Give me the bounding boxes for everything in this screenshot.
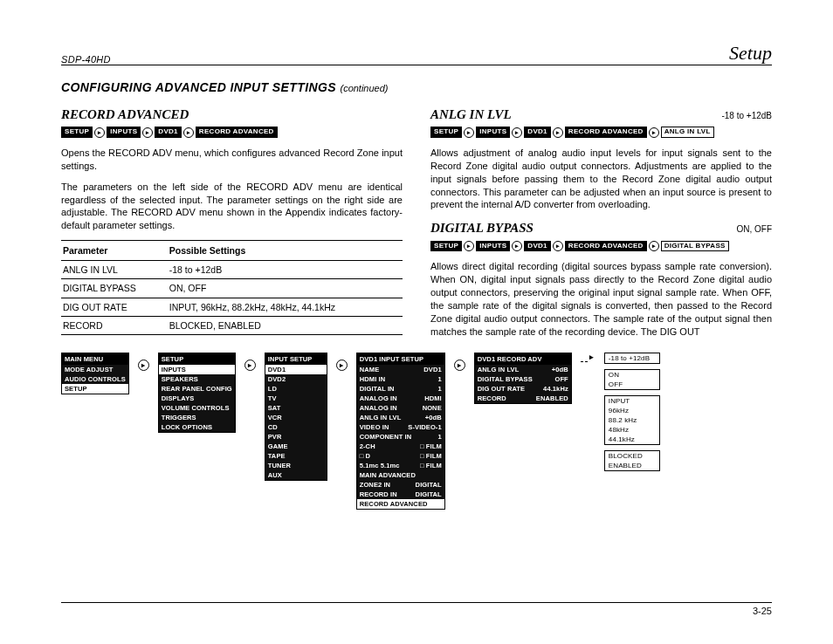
menu-flow-diagram: MAIN MENU MODE ADJUST AUDIO CONTROLS SET… <box>61 353 772 510</box>
paragraph: Allows adjustment of analog audio input … <box>430 147 772 211</box>
menu-item: SPEAKERS <box>159 374 235 384</box>
menu-item: NAMEDVD1 <box>357 365 444 374</box>
subhead-record-advanced: RECORD ADVANCED <box>61 106 403 123</box>
crumb-setup: SETUP <box>61 127 93 138</box>
subhead-anlg-in-lvl: ANLG IN LVL -18 to +12dB <box>430 106 772 123</box>
menu-item: LD <box>265 384 327 394</box>
page-title: CONFIGURING ADVANCED INPUT SETTINGS (con… <box>61 79 772 95</box>
menu-item: VOLUME CONTROLS <box>159 403 235 413</box>
menu-item: VCR <box>265 413 327 422</box>
chevron-right-icon <box>142 127 153 138</box>
chevron-right-icon <box>183 127 194 138</box>
menu-item: RECORD INDIGITAL <box>357 490 444 499</box>
menu-item: □ D□ FILM <box>357 451 444 461</box>
menu-item: DIGITAL BYPASSOFF <box>475 374 571 384</box>
table-row: DIGITAL BYPASSON, OFF <box>61 279 403 298</box>
menu-dvd1-input-setup: DVD1 INPUT SETUP NAMEDVD1 HDMI IN1 DIGIT… <box>356 353 445 510</box>
chevron-right-icon <box>649 127 659 138</box>
chevron-right-icon <box>512 127 522 138</box>
option-onoff: ON OFF <box>604 369 660 390</box>
menu-item: REAR PANEL CONFIG <box>159 384 235 394</box>
chevron-right-icon <box>512 241 522 251</box>
table-row: RECORDBLOCKED, ENABLED <box>61 316 403 334</box>
menu-item: 2-CH□ FILM <box>357 442 444 451</box>
menu-item: PVR <box>265 432 327 442</box>
crumb-dvd1: DVD1 <box>524 127 551 138</box>
crumb-setup: SETUP <box>430 127 462 138</box>
model-label: SDP-40HD <box>61 54 111 65</box>
menu-item: VIDEO INS-VIDEO-1 <box>357 422 444 432</box>
chevron-right-icon <box>244 360 256 371</box>
menu-item-selected: SETUP <box>62 384 128 394</box>
section-label: Setup <box>729 42 772 65</box>
option-boxes: -18 to +12dB ON OFF INPUT 96kHz 88.2 kHz… <box>604 353 660 471</box>
crumb-record-advanced: RECORD ADVANCED <box>565 127 647 138</box>
chevron-right-icon <box>553 127 563 138</box>
menu-title: MAIN MENU <box>62 353 128 365</box>
chevron-right-icon <box>336 360 348 371</box>
menu-main: MAIN MENU MODE ADJUST AUDIO CONTROLS SET… <box>61 353 129 394</box>
crumb-dvd1: DVD1 <box>524 241 551 252</box>
page-number: 3-25 <box>753 606 772 616</box>
menu-setup: SETUP INPUTS SPEAKERS REAR PANEL CONFIG … <box>158 353 236 433</box>
menu-title: DVD1 RECORD ADV <box>475 353 571 365</box>
crumb-digital-bypass: DIGITAL BYPASS <box>661 241 729 252</box>
menu-item: RECORDENABLED <box>475 394 571 403</box>
menu-item-selected: RECORD ADVANCED <box>357 499 444 509</box>
subhead-text: ANLG IN LVL <box>430 106 512 123</box>
menu-item: COMPONENT IN1 <box>357 432 444 442</box>
breadcrumb-anlg-in-lvl: SETUP INPUTS DVD1 RECORD ADVANCED ANLG I… <box>430 127 772 138</box>
subhead-text: RECORD ADVANCED <box>61 106 189 123</box>
parameter-table: ParameterPossible Settings ANLG IN LVL-1… <box>61 240 403 335</box>
breadcrumb-record-advanced: SETUP INPUTS DVD1 RECORD ADVANCED <box>61 127 403 138</box>
menu-title: SETUP <box>159 353 235 365</box>
page-footer: 3-25 <box>61 602 772 616</box>
menu-item-selected: DVD1 <box>265 365 327 374</box>
left-column: RECORD ADVANCED SETUP INPUTS DVD1 RECORD… <box>61 104 403 346</box>
paragraph: The parameters on the left side of the R… <box>61 181 403 232</box>
menu-item: HDMI IN1 <box>357 374 444 384</box>
menu-title: INPUT SETUP <box>265 353 327 365</box>
menu-item: LOCK OPTIONS <box>159 422 235 432</box>
right-column: ANLG IN LVL -18 to +12dB SETUP INPUTS DV… <box>430 104 772 346</box>
paragraph: Allows direct digital recording (digital… <box>430 260 772 338</box>
option-range: -18 to +12dB <box>604 353 660 364</box>
menu-item-selected: INPUTS <box>159 365 235 374</box>
menu-item: AUX <box>265 470 327 480</box>
menu-item: ANALOG INNONE <box>357 403 444 413</box>
menu-item: GAME <box>265 442 327 451</box>
th-settings: Possible Settings <box>168 241 403 261</box>
th-parameter: Parameter <box>61 241 168 261</box>
chevron-right-icon <box>454 360 465 371</box>
title-main: CONFIGURING ADVANCED INPUT SETTINGS <box>61 80 336 94</box>
menu-item: TV <box>265 394 327 403</box>
crumb-dvd1: DVD1 <box>155 127 182 138</box>
menu-dvd1-record-adv: DVD1 RECORD ADV ANLG IN LVL+0dB DIGITAL … <box>474 353 572 404</box>
title-continued: (continued) <box>340 83 388 93</box>
menu-item: ANLG IN LVL+0dB <box>475 365 571 374</box>
range-text: -18 to +12dB <box>721 110 772 122</box>
menu-title: DVD1 INPUT SETUP <box>357 353 444 365</box>
menu-item: AUDIO CONTROLS <box>62 374 128 384</box>
chevron-right-icon <box>138 360 149 371</box>
paragraph: Opens the RECORD ADV menu, which configu… <box>61 147 403 173</box>
menu-item: DIGITAL IN1 <box>357 384 444 394</box>
option-connector: ▸ <box>581 353 595 362</box>
crumb-anlg-in-lvl: ANLG IN LVL <box>661 127 714 138</box>
range-text: ON, OFF <box>736 223 772 236</box>
menu-item: DVD2 <box>265 374 327 384</box>
option-record: BLOCKED ENABLED <box>604 450 660 471</box>
menu-item: DISPLAYS <box>159 394 235 403</box>
menu-item: ZONE2 INDIGITAL <box>357 480 444 490</box>
crumb-inputs: INPUTS <box>476 241 510 252</box>
table-row: ANLG IN LVL-18 to +12dB <box>61 261 403 279</box>
menu-item: DIG OUT RATE44.1kHz <box>475 384 571 394</box>
chevron-right-icon <box>94 127 105 138</box>
menu-item: MAIN ADVANCED <box>357 470 444 480</box>
breadcrumb-digital-bypass: SETUP INPUTS DVD1 RECORD ADVANCED DIGITA… <box>430 241 772 252</box>
menu-item: ANALOG INHDMI <box>357 394 444 403</box>
chevron-right-icon <box>464 241 474 251</box>
crumb-setup: SETUP <box>430 241 462 252</box>
crumb-record-advanced: RECORD ADVANCED <box>565 241 647 252</box>
chevron-right-icon <box>464 127 474 138</box>
